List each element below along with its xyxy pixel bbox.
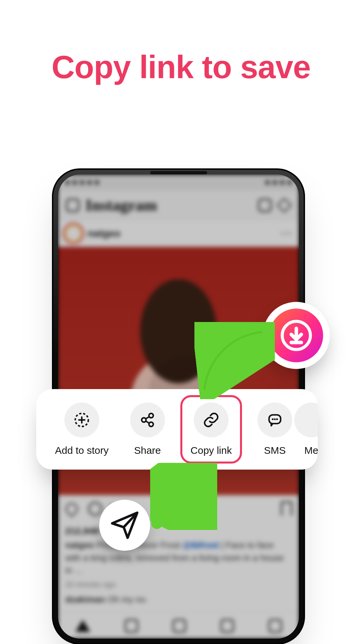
svg-point-7 (276, 418, 278, 420)
more-icon: ⋮ (280, 228, 293, 239)
share-option-me[interactable]: Me (308, 402, 318, 456)
share-option-label: Add to story (55, 445, 109, 456)
share-option-label: Me (304, 445, 318, 456)
caption-user: natgeo (65, 540, 94, 550)
share-option-share[interactable]: Share (115, 402, 180, 456)
download-icon (269, 309, 323, 362)
nav-profile-icon (268, 619, 282, 633)
caption-tag: @tbfrost (183, 540, 219, 550)
camera-icon (66, 199, 79, 212)
comment-icon (88, 502, 102, 516)
share-option-add-story[interactable]: Add to story (49, 402, 115, 456)
nav-add-icon (173, 619, 186, 633)
igtv-icon (258, 199, 272, 212)
send-button[interactable] (99, 500, 150, 551)
promo-headline: Copy link to save (0, 49, 362, 86)
post-caption-block: 212,848 natgeo Photo by Trevor Frost @tb… (58, 523, 299, 618)
likes-count: 212,848 (65, 526, 99, 536)
dm-icon (277, 198, 292, 213)
post-timestamp: 20 minutes ago (65, 580, 292, 589)
sms-icon (257, 402, 292, 437)
instagram-bottom-nav (58, 612, 299, 639)
paper-plane-icon (109, 510, 140, 541)
share-option-label: Share (134, 445, 161, 456)
nav-activity-icon (221, 619, 234, 633)
avatar (65, 225, 82, 242)
svg-point-6 (274, 418, 276, 420)
svg-point-5 (272, 418, 274, 420)
comment-user: dzakiman (65, 594, 105, 604)
arrow-to-copy-link (150, 463, 217, 530)
share-icon (130, 402, 165, 437)
share-option-label: SMS (264, 445, 286, 456)
nav-search-icon (125, 619, 138, 633)
svg-point-2 (149, 414, 153, 418)
heart-icon (63, 500, 80, 517)
post-header: natgeo ⋮ (58, 220, 299, 247)
instagram-header: Instagram (58, 191, 299, 220)
comment-text: Oh my no. (108, 594, 148, 604)
post-username: natgeo (87, 228, 120, 239)
bookmark-icon (281, 501, 292, 516)
nav-home-icon (75, 620, 90, 632)
add-story-icon (64, 402, 99, 437)
share-option-label: Copy link (190, 445, 232, 456)
share-option-copy-link[interactable]: Copy link (180, 395, 242, 464)
link-icon (194, 402, 229, 437)
svg-point-1 (142, 418, 146, 422)
android-status-bar (58, 174, 299, 191)
instagram-logo: Instagram (85, 196, 157, 214)
share-sheet: Add to story Share Copy link SMS Me (36, 389, 318, 470)
arrow-to-download (194, 322, 275, 399)
phone-notch (150, 171, 207, 174)
svg-point-3 (149, 422, 153, 427)
